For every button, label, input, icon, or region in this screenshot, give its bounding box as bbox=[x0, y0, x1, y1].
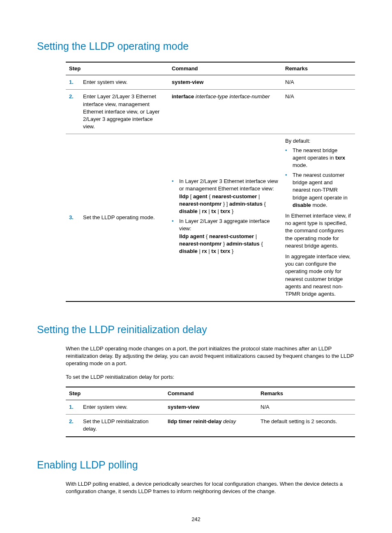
list-item: In Layer 2/Layer 3 Ethernet interface vi… bbox=[172, 178, 279, 215]
paragraph: When the LLDP operating mode changes on … bbox=[66, 345, 355, 368]
heading-operating-mode: Setting the LLDP operating mode bbox=[37, 39, 355, 53]
paragraph: To set the LLDP reinitialization delay f… bbox=[66, 373, 355, 381]
th-step: Step bbox=[66, 62, 168, 75]
th-command: Command bbox=[168, 62, 282, 75]
table-operating-mode: Step Command Remarks 1. Enter system vie… bbox=[66, 62, 355, 302]
page-number: 242 bbox=[37, 516, 355, 523]
step-number: 1. bbox=[66, 400, 80, 415]
heading-lldp-polling: Enabling LLDP polling bbox=[37, 458, 355, 472]
step-number: 3. bbox=[66, 134, 80, 301]
table-row: 3. Set the LLDP operating mode. In Layer… bbox=[66, 134, 355, 301]
table-row: 2. Enter Layer 2/Layer 3 Ethernet interf… bbox=[66, 90, 355, 134]
step-remarks: N/A bbox=[282, 90, 355, 134]
list-item: The nearest bridge agent operates in txr… bbox=[285, 147, 352, 169]
table-row: 1. Enter system view. system-view N/A bbox=[66, 400, 355, 415]
step-command: system-view bbox=[164, 400, 257, 415]
th-step: Step bbox=[66, 387, 164, 400]
table-row: 1. Enter system view. system-view N/A bbox=[66, 75, 355, 90]
step-desc: Set the LLDP operating mode. bbox=[80, 134, 168, 301]
step-command: In Layer 2/Layer 3 Ethernet interface vi… bbox=[168, 134, 282, 301]
step-desc: Enter system view. bbox=[80, 400, 164, 415]
section-reinit-delay: Setting the LLDP reinitialization delay … bbox=[37, 322, 355, 437]
step-command: lldp timer reinit-delay delay bbox=[164, 415, 257, 437]
paragraph: With LLDP polling enabled, a device peri… bbox=[66, 480, 355, 495]
section-operating-mode: Setting the LLDP operating mode Step Com… bbox=[37, 39, 355, 302]
step-number: 2. bbox=[66, 90, 80, 134]
step-command: interface interface-type interface-numbe… bbox=[168, 90, 282, 134]
list-item: In Layer 2/Layer 3 aggregate interface v… bbox=[172, 218, 279, 255]
table-row: 2. Set the LLDP reinitialization delay. … bbox=[66, 415, 355, 437]
step-remarks: The default setting is 2 seconds. bbox=[257, 415, 355, 437]
table-reinit-delay: Step Command Remarks 1. Enter system vie… bbox=[66, 387, 355, 437]
section-lldp-polling: Enabling LLDP polling With LLDP polling … bbox=[37, 458, 355, 495]
heading-reinit-delay: Setting the LLDP reinitialization delay bbox=[37, 322, 355, 337]
step-remarks: N/A bbox=[282, 75, 355, 90]
th-command: Command bbox=[164, 387, 257, 400]
step-number: 2. bbox=[66, 415, 80, 437]
step-remarks: By default: The nearest bridge agent ope… bbox=[282, 134, 355, 301]
step-desc: Enter system view. bbox=[80, 75, 168, 90]
list-item: The nearest customer bridge agent and ne… bbox=[285, 171, 352, 209]
step-number: 1. bbox=[66, 75, 80, 90]
step-desc: Enter Layer 2/Layer 3 Ethernet interface… bbox=[80, 90, 168, 134]
th-remarks: Remarks bbox=[257, 387, 355, 400]
step-desc: Set the LLDP reinitialization delay. bbox=[80, 415, 164, 437]
step-command: system-view bbox=[168, 75, 282, 90]
th-remarks: Remarks bbox=[282, 62, 355, 75]
step-remarks: N/A bbox=[257, 400, 355, 415]
